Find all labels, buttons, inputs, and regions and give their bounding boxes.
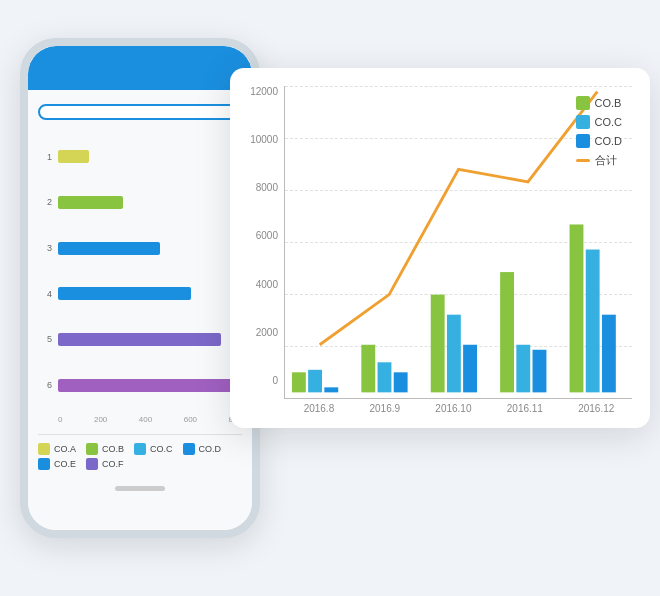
bar-COC-1 (378, 362, 392, 392)
legend-label: CO.D (199, 444, 222, 454)
bar-COD-2 (463, 345, 477, 393)
legend-label: CO.E (54, 459, 76, 469)
y-label: 8000 (256, 182, 278, 193)
bar-label: 3 (38, 243, 52, 253)
y-label: 0 (272, 375, 278, 386)
x-label: 600 (184, 415, 197, 424)
bar-label: 6 (38, 380, 52, 390)
bar-COB-4 (570, 224, 584, 392)
x-label: 200 (94, 415, 107, 424)
x-label: 0 (58, 415, 62, 424)
legend-label: CO.C (150, 444, 173, 454)
legend-label: CO.D (595, 135, 623, 147)
phone-header (28, 46, 252, 90)
legend-label: CO.B (595, 97, 622, 109)
x-label: 2016.10 (435, 403, 471, 414)
bar-label: 1 (38, 152, 52, 162)
legend-label: CO.C (595, 116, 623, 128)
chart-legend-item: CO.B (576, 96, 623, 110)
legend-color (134, 443, 146, 455)
legend-color (183, 443, 195, 455)
bar-COC-2 (447, 315, 461, 393)
bar-COD-0 (324, 387, 338, 392)
legend-rect-color (576, 115, 590, 129)
chart-legend-item: 合计 (576, 153, 623, 168)
bar (58, 150, 89, 163)
bar-COB-2 (431, 295, 445, 393)
legend-label: CO.F (102, 459, 124, 469)
chart-card: 120001000080006000400020000 2016.82016.9… (230, 68, 650, 428)
phone-bar-row: 1 (38, 148, 242, 166)
bar-label: 5 (38, 334, 52, 344)
x-label: 2016.12 (578, 403, 614, 414)
bar-COD-1 (394, 372, 408, 392)
scene: 1 2 3 4 5 6 0200400600800 CO.A CO.B CO.C… (10, 18, 650, 578)
chart-legend: CO.BCO.CCO.D合计 (576, 96, 623, 168)
bar (58, 242, 160, 255)
legend-color (86, 443, 98, 455)
legend-item: CO.C (134, 443, 173, 455)
legend-rect-color (576, 96, 590, 110)
y-label: 4000 (256, 279, 278, 290)
phone-bar-chart: 1 2 3 4 5 6 0200400600800 CO.A CO.B CO.C… (38, 134, 242, 470)
y-label: 10000 (250, 134, 278, 145)
chart-legend-item: CO.C (576, 115, 623, 129)
home-indicator (115, 486, 165, 491)
legend-label: 合计 (595, 153, 617, 168)
total-line (320, 92, 598, 345)
legend-item: CO.B (86, 443, 124, 455)
legend-item: CO.F (86, 458, 124, 470)
bar-COD-3 (533, 350, 547, 393)
page-title (38, 104, 242, 120)
bar-COC-0 (308, 370, 322, 393)
bar-label: 2 (38, 197, 52, 207)
bar-COD-4 (602, 315, 616, 393)
legend-color (38, 443, 50, 455)
x-label: 2016.8 (304, 403, 335, 414)
bar (58, 379, 238, 392)
bar-COC-4 (586, 250, 600, 393)
bar (58, 333, 221, 346)
x-label: 400 (139, 415, 152, 424)
phone-bar-row: 4 (38, 285, 242, 303)
x-label: 2016.9 (369, 403, 400, 414)
phone-bar-row: 6 (38, 376, 242, 394)
phone-bar-row: 5 (38, 330, 242, 348)
bar (58, 287, 191, 300)
legend-label: CO.A (54, 444, 76, 454)
y-label: 12000 (250, 86, 278, 97)
legend-color (38, 458, 50, 470)
bar-COB-0 (292, 372, 306, 392)
x-label: 2016.11 (507, 403, 543, 414)
phone-bar-row: 2 (38, 193, 242, 211)
bar-label: 4 (38, 289, 52, 299)
legend-item: CO.D (183, 443, 222, 455)
bar-COB-3 (500, 272, 514, 392)
bar-COC-3 (516, 345, 530, 393)
bar-COB-1 (361, 345, 375, 393)
legend-item: CO.A (38, 443, 76, 455)
legend-label: CO.B (102, 444, 124, 454)
phone-mockup: 1 2 3 4 5 6 0200400600800 CO.A CO.B CO.C… (20, 38, 260, 538)
y-label: 6000 (256, 230, 278, 241)
y-label: 2000 (256, 327, 278, 338)
legend-line-color (576, 159, 590, 162)
chart-legend-item: CO.D (576, 134, 623, 148)
y-axis: 120001000080006000400020000 (240, 86, 284, 414)
legend-color (86, 458, 98, 470)
phone-bar-row: 3 (38, 239, 242, 257)
x-axis: 2016.82016.92016.102016.112016.12 (284, 399, 632, 414)
bar (58, 196, 123, 209)
legend-rect-color (576, 134, 590, 148)
legend-item: CO.E (38, 458, 76, 470)
